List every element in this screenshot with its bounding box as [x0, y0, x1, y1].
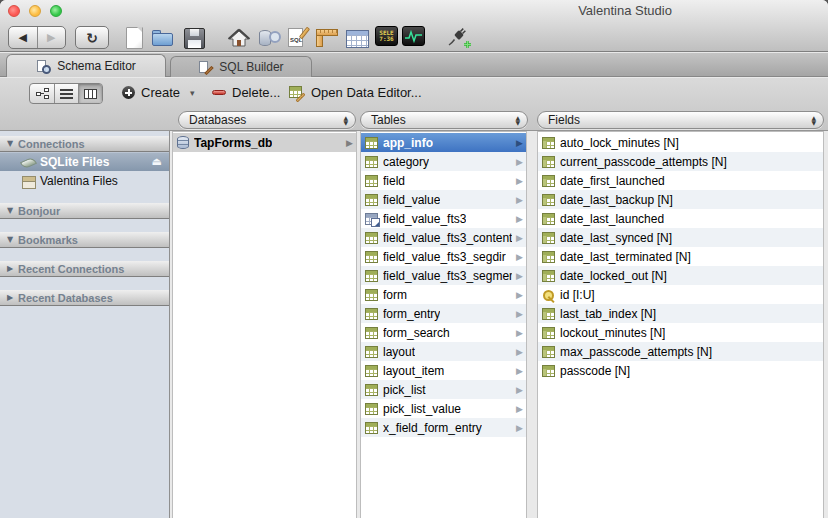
- create-button[interactable]: Create: [122, 85, 195, 100]
- table-name: field_value_fts3_segments: [383, 269, 512, 283]
- close-button[interactable]: [8, 5, 20, 17]
- minimize-button[interactable]: [29, 5, 41, 17]
- table-row[interactable]: layout: [361, 342, 526, 361]
- database-row[interactable]: TapForms_db: [173, 133, 356, 152]
- disclosure-arrow-icon: [516, 252, 523, 262]
- field-row[interactable]: current_passcode_attempts [N]: [538, 152, 823, 171]
- table-icon: [365, 175, 378, 187]
- tables-picker[interactable]: Tables: [360, 111, 528, 129]
- home-icon[interactable]: [227, 27, 251, 49]
- table-row[interactable]: form: [361, 285, 526, 304]
- field-row[interactable]: date_locked_out [N]: [538, 266, 823, 285]
- field-row[interactable]: id [I:U]: [538, 285, 823, 304]
- table-row[interactable]: x_field_form_entry: [361, 418, 526, 437]
- field-name: date_first_launched: [560, 174, 665, 188]
- field-row[interactable]: max_passcode_attempts [N]: [538, 342, 823, 361]
- open-data-editor-button[interactable]: Open Data Editor...: [289, 85, 422, 100]
- tree-view-button[interactable]: [30, 84, 54, 103]
- tab-label: Schema Editor: [57, 59, 136, 73]
- sidebar-row-label: Valentina Files: [40, 174, 118, 188]
- sidebar-row[interactable]: SQLite Files: [0, 152, 169, 171]
- table-name: field: [383, 174, 405, 188]
- data-editor-icon: [289, 85, 305, 100]
- save-icon[interactable]: [182, 27, 206, 49]
- field-row[interactable]: date_last_synced [N]: [538, 228, 823, 247]
- cardfile-icon: [21, 174, 36, 188]
- fields-picker[interactable]: Fields: [537, 111, 824, 129]
- disclosure-arrow-icon: [516, 423, 523, 433]
- table-icon: [365, 308, 378, 320]
- table-row[interactable]: layout_item: [361, 361, 526, 380]
- table-row[interactable]: form_search: [361, 323, 526, 342]
- back-button[interactable]: [9, 27, 37, 48]
- disclosure-triangle-icon: [7, 235, 18, 244]
- table-name: form: [383, 288, 407, 302]
- table-name: field_value: [383, 193, 440, 207]
- tab-sql-builder[interactable]: SQL Builder: [170, 56, 312, 77]
- tab-schema-editor[interactable]: Schema Editor: [6, 54, 166, 77]
- database-icon: [177, 136, 189, 149]
- new-document-icon[interactable]: [122, 27, 146, 49]
- field-row[interactable]: date_last_launched: [538, 209, 823, 228]
- sidebar-row[interactable]: Bonjour: [0, 203, 169, 219]
- sidebar-row[interactable]: Recent Connections: [0, 261, 169, 277]
- sidebar-row[interactable]: Bookmarks: [0, 232, 169, 248]
- table-row[interactable]: field_value_fts3: [361, 209, 526, 228]
- table-row[interactable]: field_value: [361, 190, 526, 209]
- field-name: date_last_synced [N]: [560, 231, 672, 245]
- delete-button[interactable]: Delete...: [212, 85, 280, 100]
- field-row[interactable]: date_first_launched: [538, 171, 823, 190]
- eject-button[interactable]: [152, 155, 162, 168]
- sidebar-row[interactable]: Recent Databases: [0, 290, 169, 306]
- server-monitor-icon[interactable]: [402, 26, 425, 46]
- field-icon: [542, 156, 555, 168]
- data-grid-icon[interactable]: [345, 27, 369, 49]
- list-view-button[interactable]: [54, 84, 78, 103]
- zoom-button[interactable]: [50, 5, 62, 17]
- table-name: app_info: [383, 136, 433, 150]
- table-row[interactable]: field_value_fts3_segments: [361, 266, 526, 285]
- field-name: last_tab_index [N]: [560, 307, 656, 321]
- forward-button[interactable]: [37, 27, 66, 48]
- field-row[interactable]: passcode [N]: [538, 361, 823, 380]
- disclosure-arrow-icon: [516, 366, 523, 376]
- databases-picker[interactable]: Databases: [178, 111, 356, 129]
- open-folder-icon[interactable]: [151, 27, 175, 49]
- design-ruler-icon[interactable]: [316, 27, 340, 49]
- field-row[interactable]: date_last_terminated [N]: [538, 247, 823, 266]
- sidebar-row-label: Recent Databases: [18, 292, 113, 304]
- field-row[interactable]: auto_lock_minutes [N]: [538, 133, 823, 152]
- field-name: date_last_terminated [N]: [560, 250, 691, 264]
- table-row[interactable]: field_value_fts3_content: [361, 228, 526, 247]
- disclosure-triangle-icon: [7, 264, 18, 273]
- databases-column: TapForms_db: [172, 131, 357, 518]
- schema-editor-icon: [36, 59, 51, 74]
- table-icon: [365, 270, 378, 282]
- edit-sql-icon[interactable]: SQL: [286, 27, 310, 49]
- table-row[interactable]: field: [361, 171, 526, 190]
- table-row[interactable]: field_value_fts3_segdir: [361, 247, 526, 266]
- find-database-icon[interactable]: [258, 27, 282, 49]
- table-icon: [365, 384, 378, 396]
- table-row[interactable]: category: [361, 152, 526, 171]
- field-row[interactable]: lockout_minutes [N]: [538, 323, 823, 342]
- column-view-button[interactable]: [78, 84, 102, 103]
- table-row[interactable]: pick_list: [361, 380, 526, 399]
- table-icon: [365, 365, 378, 377]
- add-connection-icon[interactable]: [445, 26, 473, 50]
- table-row[interactable]: app_info: [361, 133, 526, 152]
- table-row[interactable]: form_entry: [361, 304, 526, 323]
- field-row[interactable]: date_last_backup [N]: [538, 190, 823, 209]
- query-timer-icon[interactable]: SELE 7:36: [375, 26, 398, 46]
- table-name: pick_list: [383, 383, 426, 397]
- sidebar-row[interactable]: Valentina Files: [0, 171, 169, 190]
- table-icon: [365, 137, 378, 149]
- sidebar-row[interactable]: Connections: [0, 136, 169, 152]
- field-name: lockout_minutes [N]: [560, 326, 665, 340]
- table-name: layout: [383, 345, 415, 359]
- disclosure-triangle-icon: [7, 293, 18, 302]
- minus-icon: [212, 90, 226, 95]
- reload-button[interactable]: [75, 26, 109, 49]
- field-row[interactable]: last_tab_index [N]: [538, 304, 823, 323]
- table-row[interactable]: pick_list_value: [361, 399, 526, 418]
